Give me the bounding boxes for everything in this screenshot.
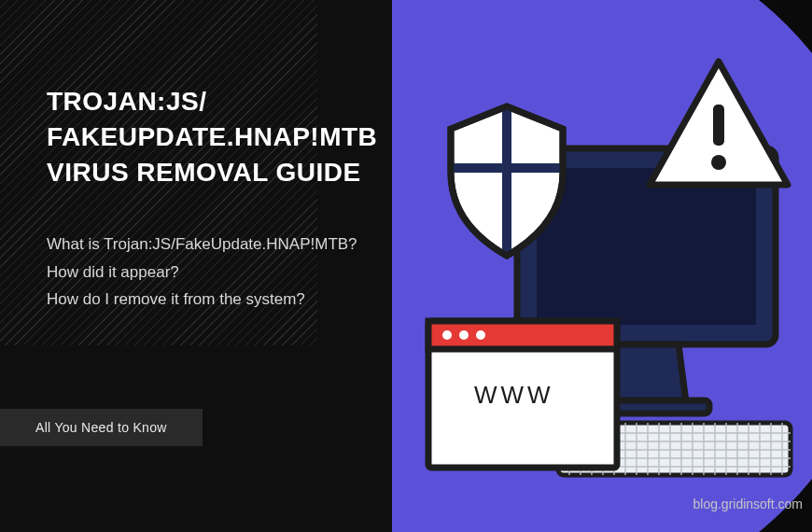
text-content: TROJAN:JS/ FAKEUPDATE.HNAP!MTB VIRUS REM… — [47, 84, 392, 312]
question-2: How did it appear? — [47, 259, 392, 285]
main-heading: TROJAN:JS/ FAKEUPDATE.HNAP!MTB VIRUS REM… — [47, 84, 392, 189]
svg-point-33 — [442, 330, 452, 340]
svg-point-34 — [459, 330, 469, 340]
question-list: What is Trojan:JS/FakeUpdate.HNAP!MTB? H… — [47, 231, 392, 312]
svg-point-1 — [711, 155, 726, 170]
warning-triangle-icon — [644, 56, 793, 195]
browser-www-label: WWW — [474, 381, 554, 410]
footer-url: blog.gridinsoft.com — [693, 497, 803, 511]
heading-line-2: FAKEUPDATE.HNAP!MTB — [47, 122, 377, 151]
question-3: How do I remove it from the system? — [47, 287, 392, 312]
illustration-group: WWW — [392, 47, 793, 485]
shield-icon — [437, 103, 577, 263]
heading-line-3: VIRUS REMOVAL GUIDE — [47, 158, 361, 187]
svg-point-35 — [476, 330, 485, 340]
left-text-panel: TROJAN:JS/ FAKEUPDATE.HNAP!MTB VIRUS REM… — [0, 0, 392, 532]
badge-label: All You Need to Know — [0, 409, 203, 446]
heading-line-1: TROJAN:JS/ — [47, 87, 206, 116]
svg-rect-0 — [713, 105, 724, 146]
svg-rect-32 — [428, 321, 617, 349]
banner-container: TROJAN:JS/ FAKEUPDATE.HNAP!MTB VIRUS REM… — [0, 0, 812, 532]
question-1: What is Trojan:JS/FakeUpdate.HNAP!MTB? — [47, 231, 392, 257]
